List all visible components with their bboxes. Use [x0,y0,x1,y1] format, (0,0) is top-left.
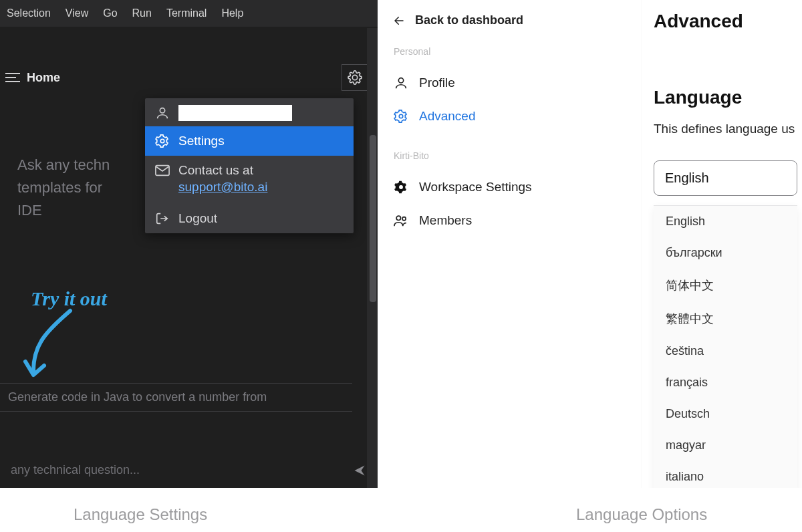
arrow-left-icon [392,15,406,27]
settings-content: Advanced Language This defines language … [642,0,802,488]
language-select[interactable]: English [654,160,797,196]
menu-run[interactable]: Run [132,7,152,19]
curved-arrow-icon [7,304,80,384]
nav-advanced[interactable]: Advanced [390,100,629,133]
scrollbar-thumb[interactable] [370,135,376,302]
svg-point-2 [398,78,403,83]
language-option[interactable]: 繁體中文 [654,302,797,336]
ask-input[interactable]: any technical question... [11,463,140,477]
language-options-list: English български 简体中文 繁體中文 čeština fran… [654,205,797,488]
nav-profile[interactable]: Profile [390,66,629,100]
gear-icon [154,133,170,149]
nav-members-label: Members [419,213,472,228]
caption-left: Language Settings [74,505,207,524]
settings-sidebar: Back to dashboard Personal Profile Advan… [378,0,642,488]
caption-right: Language Options [576,505,707,524]
svg-point-0 [160,139,164,143]
send-button[interactable] [352,464,367,477]
scrollbar-track [367,28,378,488]
dropdown-settings[interactable]: Settings [145,126,354,156]
language-option[interactable]: français [654,367,797,398]
gear-icon [348,70,362,85]
menu-selection[interactable]: Selection [7,7,51,19]
people-icon [394,213,408,228]
nav-workspace-settings-label: Workspace Settings [419,180,532,194]
suggestion-card[interactable]: Generate code in Java to convert a numbe… [0,383,352,412]
menu-lines-icon [5,72,20,83]
menu-help[interactable]: Help [221,7,243,19]
dropdown-settings-label: Settings [178,134,225,148]
ide-panel: Selection View Go Run Terminal Help × Ho… [0,0,378,488]
dropdown-logout[interactable]: Logout [145,204,354,233]
nav-profile-label: Profile [419,76,455,90]
dropdown-contact[interactable]: Contact us at support@bito.ai [145,156,354,204]
back-label: Back to dashboard [415,13,523,27]
svg-point-6 [402,217,406,221]
language-option[interactable]: Deutsch [654,398,797,430]
svg-point-4 [399,185,403,189]
person-icon [154,105,170,121]
settings-gear-button[interactable] [342,64,368,91]
nav-members[interactable]: Members [390,204,629,237]
gear-solid-icon [394,180,408,194]
language-option[interactable]: magyar [654,430,797,461]
mail-icon [154,162,170,178]
section-personal: Personal [390,41,629,66]
language-description: This defines language us [654,122,802,136]
contact-email-link[interactable]: support@bito.ai [178,180,267,194]
send-icon [352,464,367,477]
person-icon [394,76,408,90]
dropdown-profile[interactable] [145,98,354,126]
ide-header: Home [0,60,378,95]
ask-input-row: any technical question... [0,456,378,484]
language-option[interactable]: български [654,237,797,269]
contact-label: Contact us at [178,163,253,178]
home-label: Home [27,71,60,85]
svg-point-3 [399,114,403,118]
language-option[interactable]: čeština [654,336,797,367]
home-button[interactable]: Home [5,71,60,85]
nav-advanced-label: Advanced [419,109,476,124]
nav-workspace-settings[interactable]: Workspace Settings [390,170,629,204]
page-title: Advanced [654,11,802,32]
language-option[interactable]: 简体中文 [654,269,797,302]
redacted-email [178,105,292,121]
language-option[interactable]: italiano [654,461,797,488]
logout-icon [154,211,170,227]
menu-go[interactable]: Go [103,7,117,19]
svg-point-5 [396,216,400,220]
menu-terminal[interactable]: Terminal [166,7,207,19]
settings-panel: Back to dashboard Personal Profile Advan… [378,0,802,488]
language-option[interactable]: English [654,206,797,237]
account-dropdown: Settings Contact us at support@bito.ai L… [145,98,354,233]
language-heading: Language [654,87,802,108]
logout-label: Logout [178,211,217,226]
ide-menubar: Selection View Go Run Terminal Help [0,0,378,27]
menu-view[interactable]: View [65,7,88,19]
section-workspace: Kirti-Bito [390,145,629,170]
gear-icon [394,109,408,124]
back-to-dashboard[interactable]: Back to dashboard [390,11,629,41]
